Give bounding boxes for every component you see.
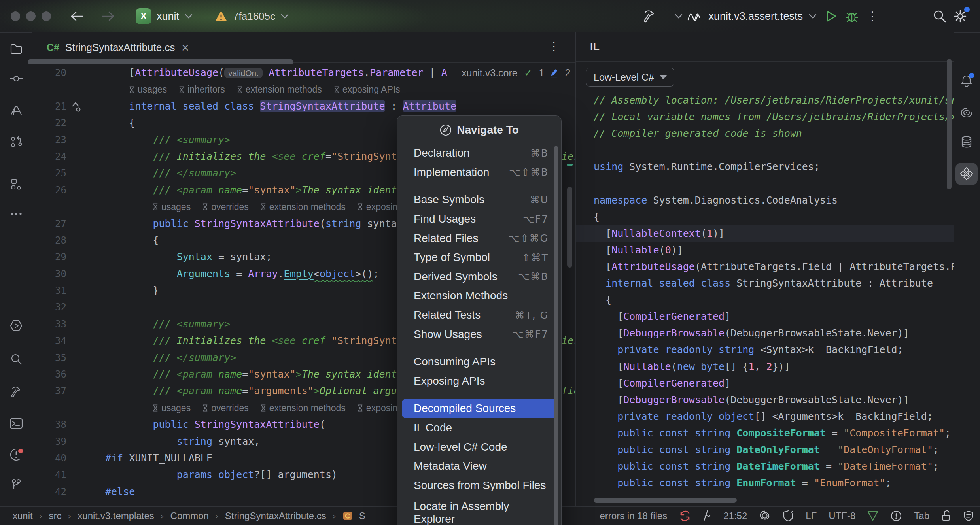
code-lens-usages[interactable]: usages [129,81,167,98]
close-window-button[interactable] [11,11,20,21]
code-lens-extension-methods[interactable]: extension methods [261,198,346,215]
minimize-window-button[interactable] [26,11,36,21]
run-button[interactable] [821,6,842,26]
breadcrumb-item[interactable]: xunit.v3.templates [78,510,154,521]
close-tab-icon[interactable]: × [181,42,189,53]
encoding-widget[interactable]: UTF-8 [829,510,855,521]
protection-shield-icon[interactable] [963,510,974,522]
project-folder-icon[interactable] [6,39,26,59]
forward-arrow-icon[interactable] [102,11,115,22]
project-name: xunit [157,10,179,23]
debug-button[interactable] [842,6,862,26]
rider-a-icon[interactable] [6,100,26,121]
menu-item-type-of-symbol[interactable]: Type of Symbol⇧⌘T [402,248,556,267]
problems-icon[interactable] [6,444,26,465]
menu-item-base-symbols[interactable]: Base Symbols⌘U [402,190,556,210]
hourglass-icon [129,86,134,93]
warning-circle-icon[interactable] [890,510,902,522]
code-lens-exposing-APIs[interactable]: exposing APIs [334,81,400,98]
pull-requests-icon[interactable] [6,131,26,152]
sync-failed-icon[interactable] [679,510,691,522]
chevron-down-icon[interactable] [674,13,683,19]
more-vertical-icon[interactable]: ⋮ [862,6,883,26]
code-lens-usages[interactable]: usages [153,198,191,215]
project-widget[interactable]: X xunit [136,8,193,24]
code-lens-extension-methods[interactable]: extension methods [237,81,322,98]
menu-item-low-level-c-code[interactable]: Low-level C# Code [402,437,556,457]
lock-open-icon[interactable] [941,510,952,522]
il-mode-dropdown[interactable]: Low-Level C# [586,68,674,87]
build-icon[interactable] [6,381,26,402]
back-arrow-icon[interactable] [70,11,83,22]
menu-item-derived-symbols[interactable]: Derived Symbols⌥⌘B [402,267,556,287]
ai-assistant-icon[interactable] [955,102,978,124]
vcs-widget[interactable]: 7fa1605c [214,10,289,23]
breadcrumb-item[interactable]: StringSyntaxAttribute.cs [225,510,326,521]
menu-item-extension-methods[interactable]: Extension Methods [402,286,556,306]
shield-check-icon[interactable] [783,510,794,522]
find-icon[interactable] [6,349,26,369]
menu-item-metadata-view[interactable]: Metadata View [402,457,556,476]
menu-item-find-usages[interactable]: Find Usages⌥F7 [402,210,556,229]
breadcrumb-item[interactable]: Common [170,510,209,521]
breadcrumb-item-partial[interactable]: S [359,510,365,521]
editor-vertical-scrollbar[interactable] [567,187,572,268]
database-icon[interactable] [955,131,978,153]
code-lens-extension-methods[interactable]: extension methods [261,400,346,416]
il-panel-header[interactable]: IL [576,32,954,62]
git-branch-icon[interactable] [6,474,26,495]
code-lens-usages[interactable]: usages [153,400,191,416]
menu-item-implementation[interactable]: Implementation⌥⇧⌘B [402,163,556,182]
tab-options-icon[interactable]: ⋮ [548,40,560,53]
inspections-triangle-icon[interactable] [867,511,878,521]
menu-item-consuming-apis[interactable]: Consuming APIs [402,352,556,372]
il-code-lines[interactable]: // Assembly location: /Users/jetbrains/R… [576,92,954,507]
line-number: 37 [32,383,66,399]
menu-item-exposing-apis[interactable]: Exposing APIs [402,372,556,391]
zoom-window-button[interactable] [42,11,51,21]
il-panel-title: IL [590,41,600,53]
menu-item-declaration[interactable]: Declaration⌘B [402,144,556,163]
indent-widget[interactable]: Tab [914,510,929,521]
menu-item-decompiled-sources[interactable]: Decompiled Sources [402,399,556,418]
commit-icon[interactable] [6,68,26,89]
breadcrumb-item[interactable]: src [49,510,62,521]
settings-gear-icon[interactable] [950,6,971,26]
editor-tab[interactable]: C# StringSyntaxAttribute.cs × [43,32,193,62]
error-summary[interactable]: errors in 18 files [600,510,667,521]
window-controls[interactable] [11,11,51,21]
inspection-widget[interactable]: xunit.v3.core✓12⋮ [462,64,575,81]
code-lens-overrides[interactable]: overrides [202,198,249,215]
assembly-explorer-icon[interactable] [955,163,978,185]
notifications-bell-icon[interactable] [955,70,978,93]
zigzag-icon[interactable] [703,510,711,522]
code-lens-overrides[interactable]: overrides [202,400,249,416]
breadcrumb-item[interactable]: xunit [13,510,33,521]
popup-scrollbar[interactable] [554,146,558,525]
menu-item-il-code[interactable]: IL Code [402,418,556,438]
hourglass-icon [358,203,363,210]
il-code-line [576,175,954,192]
menu-item-related-tests[interactable]: Related Tests⌘T, G [402,306,556,325]
build-hammer-icon[interactable] [639,6,660,26]
services-icon[interactable] [6,315,26,336]
menu-item-show-usages[interactable]: Show Usages⌥⌘F7 [402,325,556,344]
clock-widget[interactable]: 21:52 [723,510,747,521]
il-horizontal-scrollbar[interactable] [594,498,737,503]
run-configuration[interactable]: xunit.v3.assert.tests [687,10,817,23]
il-code-line: internal sealed class StringSyntaxAttrib… [576,275,954,292]
search-icon[interactable] [929,6,950,26]
at-spiral-icon[interactable] [759,510,771,522]
code-lens-inheritors[interactable]: inheritors [179,81,225,98]
menu-item-sources-from-symbol-files[interactable]: Sources from Symbol Files [402,476,556,495]
il-code-line: public const string DateTimeFormat = "Da… [576,458,954,475]
il-vertical-scrollbar[interactable] [947,59,952,189]
more-tool-windows-icon[interactable] [6,204,26,224]
structure-icon[interactable] [6,174,26,195]
menu-item-locate-in-assembly-explorer[interactable]: Locate in Assembly Explorer [402,503,556,523]
breadcrumbs[interactable]: xunit›src›xunit.v3.templates›Common›Stri… [13,510,365,521]
menu-item-related-files[interactable]: Related Files⌥⇧⌘G [402,229,556,248]
tab-strip-scrollbar[interactable] [28,59,293,64]
line-separator-widget[interactable]: LF [806,510,817,521]
terminal-icon[interactable] [6,413,26,434]
